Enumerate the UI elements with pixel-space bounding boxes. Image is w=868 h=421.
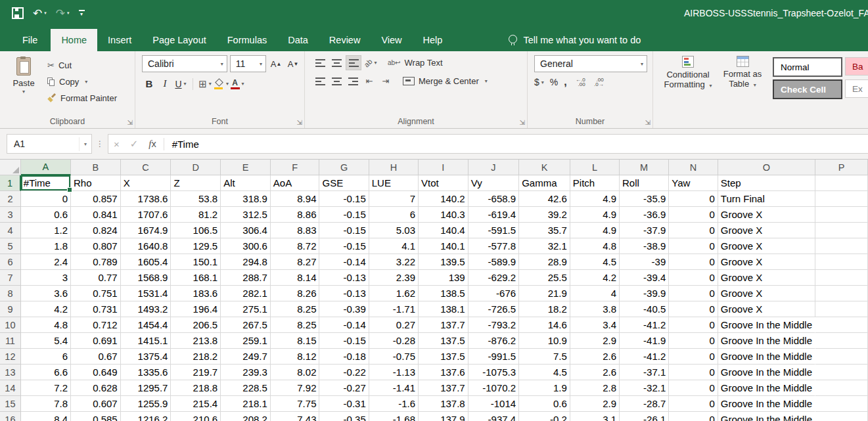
cell-M12[interactable]: -41.2: [620, 349, 669, 365]
row-header-15[interactable]: 15: [0, 396, 21, 412]
tab-insert[interactable]: Insert: [97, 29, 142, 51]
cell-E7[interactable]: 288.7: [221, 270, 271, 286]
cell-O10[interactable]: Groove In the Middle: [718, 317, 815, 333]
paste-button[interactable]: Paste ▾: [5, 55, 42, 114]
cell-H3[interactable]: 6: [369, 207, 419, 223]
cell-H11[interactable]: -0.28: [369, 333, 419, 349]
cell-G9[interactable]: -0.39: [319, 301, 369, 317]
cell-L14[interactable]: 2.8: [570, 380, 620, 396]
row-header-4[interactable]: 4: [0, 223, 21, 238]
cell-L4[interactable]: 4.9: [570, 223, 620, 238]
cell-O6[interactable]: Groove X: [718, 254, 815, 270]
row-header-16[interactable]: 16: [0, 412, 21, 421]
cell-O4[interactable]: Groove X: [718, 223, 815, 238]
row-header-3[interactable]: 3: [0, 207, 21, 223]
column-header-E[interactable]: E: [221, 160, 271, 175]
cell-D5[interactable]: 129.5: [171, 238, 221, 254]
cell-M13[interactable]: -37.1: [620, 365, 669, 380]
cell-I13[interactable]: 137.6: [419, 365, 468, 380]
cell-G15[interactable]: -0.31: [319, 396, 369, 412]
cell-P15[interactable]: [815, 396, 868, 412]
cell-A9[interactable]: 4.2: [21, 301, 71, 317]
cell-A7[interactable]: 3: [21, 270, 71, 286]
decrease-indent-button[interactable]: ⇤: [362, 74, 377, 88]
cell-A16[interactable]: 8.4: [21, 412, 71, 421]
cell-B3[interactable]: 0.841: [71, 207, 121, 223]
cell-K16[interactable]: -0.2: [519, 412, 570, 421]
cell-I14[interactable]: 137.7: [419, 380, 468, 396]
cell-I11[interactable]: 137.5: [419, 333, 468, 349]
cell-B6[interactable]: 0.789: [71, 254, 121, 270]
cell-O5[interactable]: Groove X: [718, 238, 815, 254]
cell-N5[interactable]: 0: [669, 238, 718, 254]
cell-J14[interactable]: -1070.2: [468, 380, 519, 396]
cell-K12[interactable]: 7.5: [519, 349, 570, 365]
cell-F9[interactable]: 8.25: [271, 301, 320, 317]
column-header-F[interactable]: F: [271, 160, 320, 175]
cell-F14[interactable]: 7.92: [271, 380, 320, 396]
cell-I15[interactable]: 137.8: [419, 396, 468, 412]
cell-A3[interactable]: 0.6: [21, 207, 71, 223]
cell-M3[interactable]: -36.9: [620, 207, 669, 223]
conditional-formatting-button[interactable]: Conditional Formatting ▾: [658, 55, 718, 91]
italic-button[interactable]: I: [158, 77, 172, 91]
increase-indent-button[interactable]: ⇥: [378, 74, 393, 88]
cell-C3[interactable]: 1707.6: [121, 207, 171, 223]
cell-E11[interactable]: 259.1: [221, 333, 271, 349]
cell-P6[interactable]: [815, 254, 868, 270]
cell-E15[interactable]: 218.1: [221, 396, 271, 412]
undo-button[interactable]: ↶ ▾: [33, 8, 47, 19]
column-header-M[interactable]: M: [620, 160, 669, 175]
cell-P8[interactable]: [815, 286, 868, 301]
cell-M8[interactable]: -39.9: [620, 286, 669, 301]
cell-A10[interactable]: 4.8: [21, 317, 71, 333]
cell-F13[interactable]: 8.02: [271, 365, 320, 380]
cell-O9[interactable]: Groove X: [718, 301, 815, 317]
cell-H15[interactable]: -1.6: [369, 396, 419, 412]
cell-K5[interactable]: 32.1: [519, 238, 570, 254]
cell-K6[interactable]: 28.9: [519, 254, 570, 270]
cell-G8[interactable]: -0.13: [319, 286, 369, 301]
align-bottom-button[interactable]: [346, 55, 361, 70]
cell-L13[interactable]: 2.6: [570, 365, 620, 380]
cell-C5[interactable]: 1640.8: [121, 238, 171, 254]
cell-N16[interactable]: 0: [669, 412, 718, 421]
cell-B15[interactable]: 0.607: [71, 396, 121, 412]
cell-D9[interactable]: 196.4: [171, 301, 221, 317]
cell-M5[interactable]: -38.9: [620, 238, 669, 254]
cell-N13[interactable]: 0: [669, 365, 718, 380]
cell-B11[interactable]: 0.691: [71, 333, 121, 349]
borders-button[interactable]: ⊞ ▾: [198, 77, 212, 91]
tab-view[interactable]: View: [371, 29, 412, 51]
cell-M14[interactable]: -32.1: [620, 380, 669, 396]
cell-L10[interactable]: 3.4: [570, 317, 620, 333]
cell-H7[interactable]: 2.39: [369, 270, 419, 286]
bold-button[interactable]: B: [142, 77, 156, 91]
cell-B5[interactable]: 0.807: [71, 238, 121, 254]
cell-F15[interactable]: 7.75: [271, 396, 320, 412]
cell-E9[interactable]: 275.1: [221, 301, 271, 317]
cell-P11[interactable]: [815, 333, 868, 349]
cell-K1[interactable]: Gamma: [519, 175, 570, 191]
formula-bar-resize-handle[interactable]: ⋮: [96, 139, 104, 148]
tab-data[interactable]: Data: [277, 29, 319, 51]
row-header-6[interactable]: 6: [0, 254, 21, 270]
decrease-font-size-button[interactable]: A▼: [286, 57, 300, 71]
cell-A11[interactable]: 5.4: [21, 333, 71, 349]
cell-E10[interactable]: 267.5: [221, 317, 271, 333]
cell-P12[interactable]: [815, 349, 868, 365]
cell-F7[interactable]: 8.14: [271, 270, 320, 286]
cell-L3[interactable]: 4.9: [570, 207, 620, 223]
cell-N7[interactable]: 0: [669, 270, 718, 286]
cut-button[interactable]: ✂ Cut: [47, 58, 117, 72]
cell-L2[interactable]: 4.9: [570, 191, 620, 207]
cell-D2[interactable]: 53.8: [171, 191, 221, 207]
cell-G11[interactable]: -0.15: [319, 333, 369, 349]
cell-H6[interactable]: 3.22: [369, 254, 419, 270]
cell-P16[interactable]: [815, 412, 868, 421]
cell-E13[interactable]: 239.3: [221, 365, 271, 380]
tab-file[interactable]: File: [9, 29, 51, 51]
cell-E6[interactable]: 294.8: [221, 254, 271, 270]
row-header-9[interactable]: 9: [0, 301, 21, 317]
cell-D3[interactable]: 81.2: [171, 207, 221, 223]
